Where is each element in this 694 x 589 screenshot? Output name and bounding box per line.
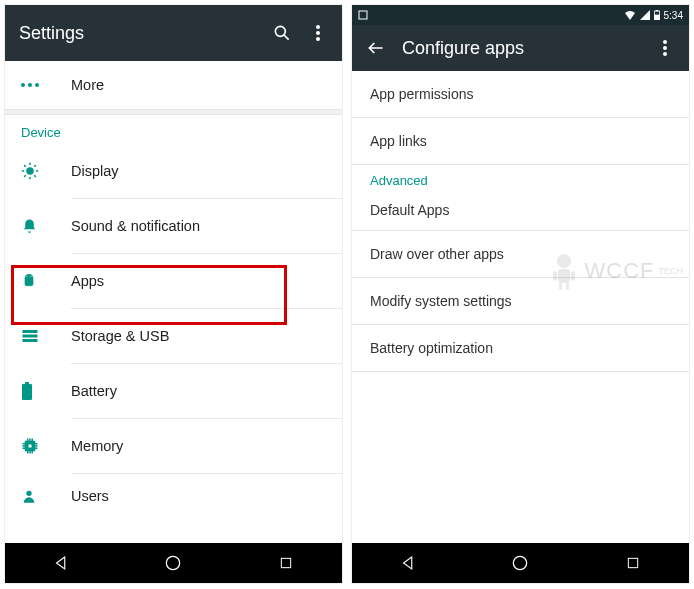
home-button[interactable] [509, 552, 531, 574]
navigation-bar [352, 543, 689, 583]
item-app-links[interactable]: App links [352, 118, 689, 164]
list-item-more[interactable]: More [5, 61, 342, 109]
svg-point-0 [275, 26, 285, 36]
navigation-bar [5, 543, 342, 583]
list-item-label: Display [71, 163, 119, 179]
wifi-icon [624, 10, 636, 20]
back-button[interactable] [397, 552, 419, 574]
svg-rect-23 [656, 10, 658, 11]
list-item-label: Storage & USB [71, 328, 169, 344]
more-icon [21, 83, 71, 87]
item-modify-system[interactable]: Modify system settings [352, 278, 689, 324]
divider [352, 371, 689, 372]
list-item-label: Memory [71, 438, 123, 454]
item-app-permissions[interactable]: App permissions [352, 71, 689, 117]
svg-rect-11 [23, 330, 38, 333]
battery-icon [21, 382, 71, 400]
overflow-menu-icon[interactable] [308, 23, 328, 43]
svg-point-9 [26, 276, 27, 277]
search-icon[interactable] [272, 23, 292, 43]
svg-point-7 [35, 83, 39, 87]
item-battery-opt[interactable]: Battery optimization [352, 325, 689, 371]
item-draw-over[interactable]: Draw over other apps [352, 231, 689, 277]
svg-rect-14 [22, 384, 32, 400]
page-title: Settings [19, 23, 256, 44]
list-item-label: More [71, 77, 104, 93]
configure-list: App permissions App links Advanced Defau… [352, 71, 689, 543]
page-title: Configure apps [402, 38, 639, 59]
list-item-apps[interactable]: Apps [5, 254, 342, 308]
settings-screen: Settings More Device Display So [4, 4, 343, 584]
configure-apps-screen: 5:34 Configure apps App permissions App … [351, 4, 690, 584]
svg-rect-24 [654, 15, 659, 20]
list-item-label: Battery [71, 383, 117, 399]
svg-point-8 [26, 167, 34, 175]
list-item-label: Users [71, 488, 109, 504]
list-item-label: Apps [71, 273, 104, 289]
settings-list: More Device Display Sound & notification… [5, 61, 342, 543]
user-icon [21, 488, 71, 504]
svg-rect-21 [359, 11, 367, 19]
back-button[interactable] [50, 552, 72, 574]
home-button[interactable] [162, 552, 184, 574]
list-item-display[interactable]: Display [5, 144, 342, 198]
svg-point-5 [21, 83, 25, 87]
battery-status-icon [654, 10, 660, 20]
svg-point-3 [316, 31, 320, 35]
status-time: 5:34 [664, 10, 683, 21]
svg-point-6 [28, 83, 32, 87]
status-bar: 5:34 [352, 5, 689, 25]
svg-point-2 [316, 25, 320, 29]
svg-rect-12 [23, 335, 38, 338]
signal-icon [640, 10, 650, 20]
screenshot-indicator-icon [358, 10, 368, 20]
list-item-battery[interactable]: Battery [5, 364, 342, 418]
svg-rect-17 [28, 444, 33, 449]
svg-point-34 [514, 556, 527, 569]
svg-point-18 [26, 491, 31, 496]
svg-point-27 [663, 52, 667, 56]
list-item-memory[interactable]: Memory [5, 419, 342, 473]
recents-button[interactable] [622, 552, 644, 574]
display-icon [21, 162, 71, 180]
back-arrow-icon[interactable] [366, 38, 386, 58]
svg-point-19 [167, 556, 180, 569]
memory-icon [21, 437, 71, 455]
svg-rect-13 [23, 339, 38, 342]
svg-rect-15 [25, 382, 29, 384]
list-item-sound[interactable]: Sound & notification [5, 199, 342, 253]
svg-point-10 [30, 276, 31, 277]
list-item-label: Sound & notification [71, 218, 200, 234]
svg-point-26 [663, 46, 667, 50]
overflow-menu-icon[interactable] [655, 38, 675, 58]
recents-button[interactable] [275, 552, 297, 574]
action-bar-configure: Configure apps [352, 25, 689, 71]
bell-icon [21, 217, 71, 236]
device-subheader: Device [5, 115, 342, 144]
svg-line-1 [284, 35, 289, 40]
list-item-storage[interactable]: Storage & USB [5, 309, 342, 363]
advanced-subheader: Advanced [352, 165, 689, 190]
action-bar-settings: Settings [5, 5, 342, 61]
item-default-apps[interactable]: Default Apps [352, 190, 689, 230]
svg-rect-20 [281, 558, 290, 567]
svg-point-25 [663, 40, 667, 44]
list-item-users[interactable]: Users [5, 474, 342, 518]
svg-rect-35 [628, 558, 637, 567]
svg-point-4 [316, 37, 320, 41]
storage-icon [21, 328, 71, 344]
android-icon [21, 272, 71, 290]
